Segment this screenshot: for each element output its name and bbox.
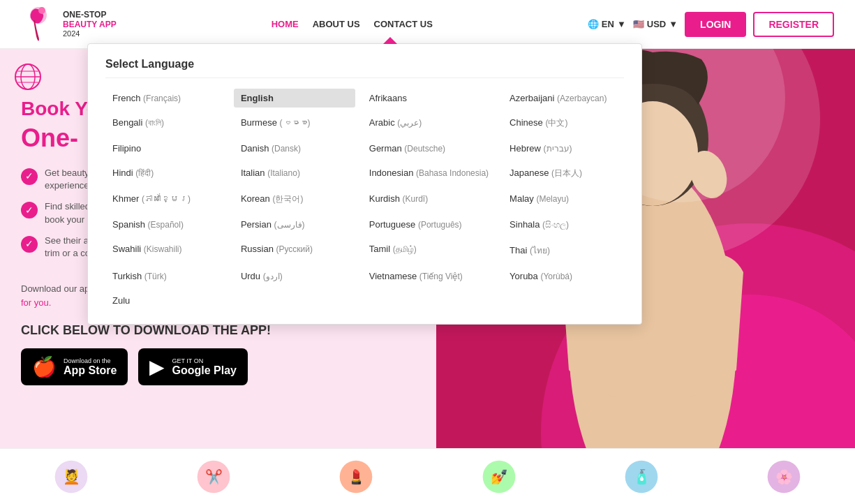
beauty-icon-4: 💅	[482, 459, 516, 494]
app-store-small-text: Download on the	[64, 357, 117, 364]
lang-sinhala[interactable]: Sinhala (සිංහල)	[503, 215, 624, 234]
header: ONE-STOP BEAUTY APP 2024 HOME ABOUT US C…	[0, 0, 855, 49]
lang-french[interactable]: French (Français)	[105, 89, 227, 108]
lang-filipino[interactable]: Filipino	[105, 139, 227, 158]
bottom-icon-2: ✂️	[196, 459, 231, 494]
check-icon-2: ✓	[21, 202, 38, 218]
bottom-icons-strip: 💆 ✂️ 💄 💅 🧴	[0, 448, 855, 504]
lang-burmese[interactable]: Burmese (ဗမာစာ)	[234, 113, 355, 133]
lang-hebrew[interactable]: Hebrew (עברית)	[503, 139, 624, 158]
logo-year: 2024	[63, 29, 117, 38]
beauty-icon-2: ✂️	[196, 459, 231, 494]
lang-portuguese[interactable]: Portuguese (Português)	[362, 215, 496, 234]
app-store-large-text: App Store	[64, 364, 117, 377]
apple-icon: 🍎	[32, 355, 57, 378]
globe-icon: 🌐	[588, 19, 599, 29]
lang-arabic[interactable]: Arabic (عربي)	[362, 113, 496, 133]
click-download-label: CLICK BELOW TO DOWNLOAD THE APP!	[21, 323, 426, 338]
lang-tamil[interactable]: Tamil (தமிழ்)	[362, 239, 496, 261]
app-store-button[interactable]: 🍎 Download on the App Store	[21, 348, 128, 385]
lang-japanese[interactable]: Japanese (日本人)	[503, 163, 624, 184]
lang-chinese[interactable]: Chinese (中文)	[503, 113, 624, 133]
lang-malay[interactable]: Malay (Melayu)	[503, 189, 624, 209]
lang-thai[interactable]: Thai (ไทย)	[503, 239, 624, 261]
lang-vietnamese[interactable]: Vietnamese (Tiếng Việt)	[362, 267, 496, 286]
lang-hindi[interactable]: Hindi (हिंदी)	[105, 163, 227, 184]
lang-kurdish[interactable]: Kurdish (Kurdî)	[362, 189, 496, 209]
lang-danish[interactable]: Danish (Dansk)	[234, 139, 355, 158]
bottom-icon-3: 💄	[339, 459, 373, 494]
lang-bengali[interactable]: Bengali (বাংলি)	[105, 113, 227, 133]
svg-text:💄: 💄	[348, 468, 365, 484]
currency-label: USD	[647, 19, 666, 29]
lang-russian[interactable]: Russian (Русский)	[234, 239, 355, 261]
login-button[interactable]: LOGIN	[685, 12, 746, 37]
lang-indonesian[interactable]: Indonesian (Bahasa Indonesia)	[362, 163, 496, 184]
dropdown-title: Select Language	[105, 58, 624, 78]
logo-area: ONE-STOP BEAUTY APP 2024	[21, 5, 117, 43]
lang-persian[interactable]: Persian (فارسی)	[234, 215, 355, 234]
google-play-icon: ▶	[149, 355, 165, 378]
language-grid: French (Français) English Afrikaans Azer…	[105, 89, 624, 310]
logo-text: ONE-STOP BEAUTY APP 2024	[63, 10, 117, 39]
svg-text:🌸: 🌸	[775, 468, 792, 484]
logo-one-stop: ONE-STOP	[63, 10, 117, 20]
lang-afrikaans[interactable]: Afrikaans	[362, 89, 496, 108]
language-dropdown: Select Language French (Français) Englis…	[87, 43, 642, 325]
lang-urdu[interactable]: Urdu (اردو)	[234, 267, 355, 286]
bottom-icon-6: 🌸	[766, 459, 801, 494]
nav-about[interactable]: ABOUT US	[313, 19, 360, 29]
lang-turkish[interactable]: Turkish (Türk)	[105, 267, 227, 286]
lang-swahili[interactable]: Swahili (Kiswahili)	[105, 239, 227, 261]
currency-button[interactable]: 🇺🇸 USD ▼	[633, 19, 678, 29]
lang-chevron-icon: ▼	[617, 19, 626, 29]
lang-english[interactable]: English	[234, 89, 355, 108]
globe-decoration	[14, 63, 42, 91]
beauty-icon-1: 💆	[54, 459, 89, 494]
dropdown-arrow	[383, 37, 397, 44]
lang-korean[interactable]: Korean (한국어)	[234, 189, 355, 209]
lang-khmer[interactable]: Khmer (ភាសាខ្មែរ)	[105, 189, 227, 209]
svg-text:💆: 💆	[63, 468, 80, 484]
beauty-icon-5: 🧴	[624, 459, 659, 494]
svg-text:✂️: ✂️	[205, 468, 223, 484]
logo-beauty-app: BEAUTY APP	[63, 20, 117, 29]
bottom-icon-1: 💆	[54, 459, 89, 494]
app-buttons: 🍎 Download on the App Store ▶ GET IT ON …	[21, 348, 426, 385]
lang-label: EN	[602, 19, 614, 29]
google-play-text: GET IT ON Google Play	[172, 357, 236, 377]
lang-italian[interactable]: Italian (Italiano)	[234, 163, 355, 184]
app-store-text: Download on the App Store	[64, 357, 117, 377]
google-play-button[interactable]: ▶ GET IT ON Google Play	[138, 348, 247, 385]
register-button[interactable]: REGISTER	[753, 12, 834, 37]
google-play-large-text: Google Play	[172, 364, 236, 377]
lang-zulu[interactable]: Zulu	[105, 291, 227, 310]
svg-point-1	[38, 7, 45, 14]
language-button[interactable]: 🌐 EN ▼	[588, 19, 626, 29]
svg-text:💅: 💅	[490, 468, 507, 484]
check-icon-1: ✓	[21, 168, 38, 185]
nav-links: HOME ABOUT US CONTACT US	[272, 19, 433, 29]
beauty-icon-3: 💄	[339, 459, 373, 494]
svg-text:🧴: 🧴	[632, 468, 650, 484]
nav-contact[interactable]: CONTACT US	[374, 19, 433, 29]
bottom-icon-4: 💅	[482, 459, 516, 494]
bottom-icon-5: 🧴	[624, 459, 659, 494]
check-icon-3: ✓	[21, 236, 38, 253]
lang-german[interactable]: German (Deutsche)	[362, 139, 496, 158]
lang-spanish[interactable]: Spanish (Español)	[105, 215, 227, 234]
lang-azerbaijani[interactable]: Azerbaijani (Azerbaycan)	[503, 89, 624, 108]
nav-controls: 🌐 EN ▼ 🇺🇸 USD ▼ LOGIN REGISTER	[588, 12, 834, 37]
logo-icon	[21, 5, 56, 43]
nav-home[interactable]: HOME	[272, 19, 299, 29]
google-play-small-text: GET IT ON	[172, 357, 236, 364]
flag-icon: 🇺🇸	[633, 19, 644, 29]
currency-chevron-icon: ▼	[669, 19, 678, 29]
beauty-icon-6: 🌸	[766, 459, 801, 494]
lang-yoruba[interactable]: Yoruba (Yorùbá)	[503, 267, 624, 286]
